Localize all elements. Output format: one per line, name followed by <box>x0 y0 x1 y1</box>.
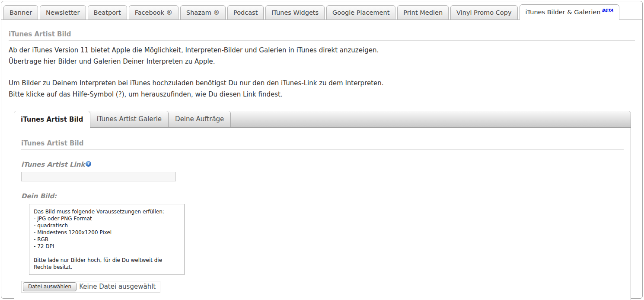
panel-tab-label: iTunes Artist Galerie <box>97 115 162 123</box>
intro-section: iTunes Artist Bild Ab der iTunes Version… <box>1 30 642 100</box>
tab-label: Podcast <box>233 9 258 16</box>
file-status-text: Keine Datei ausgewählt <box>79 283 156 290</box>
tab-google-placement[interactable]: Google Placement <box>326 5 395 20</box>
tab-label: Print Medien <box>403 9 443 16</box>
requirement-line: Bitte lade nur Bilder hoch, für die Du w… <box>34 257 180 271</box>
beta-badge: BETA <box>602 8 613 13</box>
image-requirements-box: Das Bild muss folgende Voraussetzungen e… <box>29 204 185 275</box>
tab-banner[interactable]: Banner <box>3 5 38 20</box>
panel-tab-label: iTunes Artist Bild <box>21 116 83 123</box>
tab-podcast[interactable]: Podcast <box>227 5 264 20</box>
requirement-line: - quadratisch <box>34 222 180 229</box>
tab-print-medien[interactable]: Print Medien <box>397 5 449 20</box>
tab-label: iTunes Bilder & Galerien <box>526 9 601 16</box>
page-title: iTunes Artist Bild <box>9 30 635 38</box>
tab-label: Beatport <box>94 9 121 16</box>
panel-heading-divider <box>21 149 624 150</box>
panel-heading: iTunes Artist Bild <box>21 139 624 147</box>
requirement-line: - JPG oder PNG Format <box>34 215 180 222</box>
itunes-artist-link-label: iTunes Artist Link? <box>21 161 624 168</box>
top-tab-bar: Banner Newsletter Beatport Facebook ® Sh… <box>1 1 642 20</box>
intro-line: Bitte klicke auf das Hilfe-Symbol (?), u… <box>9 90 283 98</box>
app-window: Banner Newsletter Beatport Facebook ® Sh… <box>1 1 643 299</box>
requirement-line: - RGB <box>34 236 180 243</box>
help-icon[interactable]: ? <box>86 161 91 167</box>
tab-shazam[interactable]: Shazam ® <box>180 5 226 20</box>
tab-label: Google Placement <box>332 9 389 16</box>
tab-label: Newsletter <box>46 9 80 16</box>
requirement-line: - Mindestens 1200x1200 Pixel <box>34 229 180 236</box>
tab-facebook[interactable]: Facebook ® <box>129 5 179 20</box>
tab-label: Shazam ® <box>186 9 220 16</box>
intro-paragraph-1: Ab der iTunes Version 11 bietet Apple di… <box>9 45 635 67</box>
file-upload-input[interactable]: Datei auswählen Keine Datei ausgewählt <box>21 281 160 293</box>
intro-paragraph-2: Um Bilder zu Deinem Interpreten bei iTun… <box>9 77 635 100</box>
panel-tab-label: Deine Aufträge <box>175 115 224 123</box>
tab-label: Vinyl Promo Copy <box>456 9 511 16</box>
requirement-line: - 72 DPI <box>34 243 180 250</box>
itunes-artist-panel: iTunes Artist Bild iTunes Artist Galerie… <box>14 111 631 300</box>
tab-vinyl-promo-copy[interactable]: Vinyl Promo Copy <box>450 5 517 20</box>
tab-label: iTunes Widgets <box>271 9 319 16</box>
intro-line: Übertrage hier Bilder und Galerien Deine… <box>9 58 215 65</box>
dein-bild-label: Dein Bild: <box>21 192 624 200</box>
requirement-line <box>34 250 180 257</box>
intro-line: Um Bilder zu Deinem Interpreten bei iTun… <box>9 79 384 87</box>
itunes-artist-link-input[interactable] <box>21 172 176 181</box>
panel-tab-itunes-artist-galerie[interactable]: iTunes Artist Galerie <box>90 111 169 127</box>
choose-file-button[interactable]: Datei auswählen <box>23 282 77 291</box>
panel-tab-bar: iTunes Artist Bild iTunes Artist Galerie… <box>14 111 631 128</box>
tab-label: Facebook ® <box>135 9 172 16</box>
panel-body: iTunes Artist Bild iTunes Artist Link? D… <box>14 139 631 300</box>
requirement-line: Das Bild muss folgende Voraussetzungen e… <box>34 208 180 215</box>
intro-line: Ab der iTunes Version 11 bietet Apple di… <box>9 46 379 54</box>
tab-newsletter[interactable]: Newsletter <box>40 5 86 20</box>
heading-divider <box>9 40 635 41</box>
tab-beatport[interactable]: Beatport <box>88 5 127 20</box>
tab-itunes-widgets[interactable]: iTunes Widgets <box>265 5 325 20</box>
panel-tab-itunes-artist-bild[interactable]: iTunes Artist Bild <box>14 111 90 128</box>
panel-tab-deine-auftraege[interactable]: Deine Aufträge <box>169 111 231 127</box>
tab-label: Banner <box>10 9 32 16</box>
tab-itunes-bilder-galerien[interactable]: iTunes Bilder & GalerienBETA <box>520 4 620 20</box>
